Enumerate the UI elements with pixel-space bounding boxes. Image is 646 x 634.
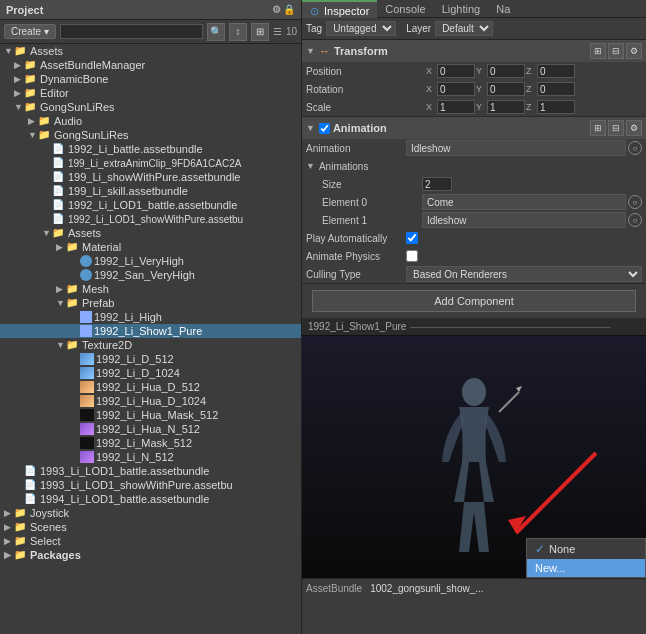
animations-arrow[interactable]: ▼ (306, 161, 315, 171)
element0-field[interactable]: Come (422, 194, 626, 210)
scale-y[interactable] (487, 100, 525, 114)
list-item[interactable]: ▶ 📁 Scenes (0, 520, 301, 534)
element1-field[interactable]: Idleshow (422, 212, 626, 228)
asset-icon: 📄 (52, 199, 66, 211)
animate-physics-row: Animate Physics (302, 247, 646, 265)
search-icon[interactable]: 🔍 (207, 23, 225, 41)
animation-enabled[interactable] (319, 123, 330, 134)
list-item[interactable]: 📄 1993_Li_LOD1_battle.assetbundle (0, 464, 301, 478)
lock2-icon[interactable]: ⊟ (608, 43, 624, 59)
tab-inspector[interactable]: ⊙ Inspector (302, 0, 377, 18)
asset-icon: 📄 (52, 213, 66, 225)
collapse-arrow[interactable]: ▼ (306, 123, 315, 133)
folder-icon: 📁 (14, 549, 28, 561)
asset-icon: 📄 (24, 479, 38, 491)
position-y[interactable] (487, 64, 525, 78)
element1-circle[interactable]: ○ (628, 213, 642, 227)
list-item[interactable]: ▶ 📁 Select (0, 534, 301, 548)
size-label: Size (322, 179, 422, 190)
expand-arrow: ▶ (56, 242, 66, 252)
list-item[interactable]: ▶ 📁 Material (0, 240, 301, 254)
element0-circle[interactable]: ○ (628, 195, 642, 209)
list-item[interactable]: 📄 199_Li_extraAnimClip_9FD6A1CAC2A (0, 156, 301, 170)
layer-select[interactable]: Default (435, 21, 493, 36)
tree-label: 1992_Li_Hua_N_512 (96, 423, 200, 435)
animate-physics-checkbox[interactable] (406, 250, 418, 262)
list-item[interactable]: 📄 1992_Li_battle.assetbundle (0, 142, 301, 156)
list-item[interactable]: 1992_Li_Mask_512 (0, 436, 301, 450)
list-item[interactable]: 1992_Li_Show1_Pure (0, 324, 301, 338)
list-item[interactable]: ▼ 📁 GongSunLiRes (0, 128, 301, 142)
play-auto-label: Play Automatically (306, 233, 406, 244)
position-z[interactable] (537, 64, 575, 78)
tab-lighting[interactable]: Lighting (434, 0, 489, 18)
rotation-y[interactable] (487, 82, 525, 96)
list-item[interactable]: 📄 1994_Li_LOD1_battle.assetbundle (0, 492, 301, 506)
element0-row: Element 0 Come ○ (302, 193, 646, 211)
list-item[interactable]: ▼ 📁 GongSunLiRes (0, 100, 301, 114)
collapse-arrow[interactable]: ▼ (306, 46, 315, 56)
size-input[interactable] (422, 177, 452, 191)
asset-icon: 📄 (24, 493, 38, 505)
tree-label: Texture2D (82, 339, 132, 351)
lock3-icon[interactable]: ⊟ (608, 120, 624, 136)
list-item[interactable]: 1992_Li_Hua_D_512 (0, 380, 301, 394)
create-button[interactable]: Create ▾ (4, 24, 56, 39)
scale-z[interactable] (537, 100, 575, 114)
list-item[interactable]: 📄 1992_Li_LOD1_battle.assetbundle (0, 198, 301, 212)
sort-icon[interactable]: ↕ (229, 23, 247, 41)
folder-icon: 📁 (66, 297, 80, 309)
list-item[interactable]: 1992_Li_Hua_D_1024 (0, 394, 301, 408)
asset-icon: 📄 (52, 171, 66, 183)
list-item[interactable]: 1992_Li_D_1024 (0, 366, 301, 380)
play-auto-checkbox[interactable] (406, 232, 418, 244)
list-item[interactable]: 📄 199_Li_showWithPure.assetbundle (0, 170, 301, 184)
list-item[interactable]: ▼ 📁 Assets (0, 226, 301, 240)
list-item[interactable]: ▶ 📁 DynamicBone (0, 72, 301, 86)
list-item[interactable]: 1992_Li_D_512 (0, 352, 301, 366)
list-item[interactable]: ▶ 📁 AssetBundleManager (0, 58, 301, 72)
tab-console[interactable]: Console (377, 0, 433, 18)
list-item[interactable]: ▶ 📁 Audio (0, 114, 301, 128)
animation-circle-btn[interactable]: ○ (628, 141, 642, 155)
red-arrow (496, 448, 616, 548)
tag-select[interactable]: Untagged (326, 21, 396, 36)
list-item[interactable]: 📄 1993_Li_LOD1_showWithPure.assetbu (0, 478, 301, 492)
dropdown-new-item[interactable]: New... (527, 559, 645, 577)
gear2-icon[interactable]: ⚙ (626, 43, 642, 59)
rotation-z[interactable] (537, 82, 575, 96)
folder-icon: 📁 (24, 73, 38, 85)
list-item[interactable]: 1992_Li_N_512 (0, 450, 301, 464)
list-item[interactable]: 1992_San_VeryHigh (0, 268, 301, 282)
list-item[interactable]: ▼ 📁 Assets (0, 44, 301, 58)
folder-icon: 📁 (38, 115, 52, 127)
tab-na[interactable]: Na (488, 0, 518, 18)
rect2-icon[interactable]: ⊞ (590, 120, 606, 136)
list-item[interactable]: 1992_Li_High (0, 310, 301, 324)
list-item[interactable]: 📄 199_Li_skill.assetbundle (0, 184, 301, 198)
list-item[interactable]: 1992_Li_VeryHigh (0, 254, 301, 268)
list-item[interactable]: ▶ 📁 Joystick (0, 506, 301, 520)
layout-icon[interactable]: ⊞ (251, 23, 269, 41)
rect-icon[interactable]: ⊞ (590, 43, 606, 59)
list-item[interactable]: 1992_Li_Hua_Mask_512 (0, 408, 301, 422)
list-item[interactable]: 📄 1992_Li_LOD1_showWithPure.assetbu (0, 212, 301, 226)
list-item[interactable]: ▶ 📁 Editor (0, 86, 301, 100)
dropdown-none-item[interactable]: ✓ None (527, 539, 645, 559)
gear3-icon[interactable]: ⚙ (626, 120, 642, 136)
list-item[interactable]: 1992_Li_Hua_N_512 (0, 422, 301, 436)
add-component-button[interactable]: Add Component (312, 290, 636, 312)
rotation-x[interactable] (437, 82, 475, 96)
list-item[interactable]: ▶ 📁 Mesh (0, 282, 301, 296)
z-label: Z (526, 102, 536, 112)
tree-label: Packages (30, 549, 81, 561)
scale-x[interactable] (437, 100, 475, 114)
list-item[interactable]: ▼ 📁 Prefab (0, 296, 301, 310)
list-item[interactable]: ▶ 📁 Packages (0, 548, 301, 562)
list-item[interactable]: ▼ 📁 Texture2D (0, 338, 301, 352)
position-x[interactable] (437, 64, 475, 78)
texture-icon (80, 367, 94, 379)
animation-clip-field[interactable]: Idleshow (406, 140, 626, 156)
search-input[interactable] (60, 24, 203, 39)
culling-select[interactable]: Based On Renderers (406, 266, 642, 282)
